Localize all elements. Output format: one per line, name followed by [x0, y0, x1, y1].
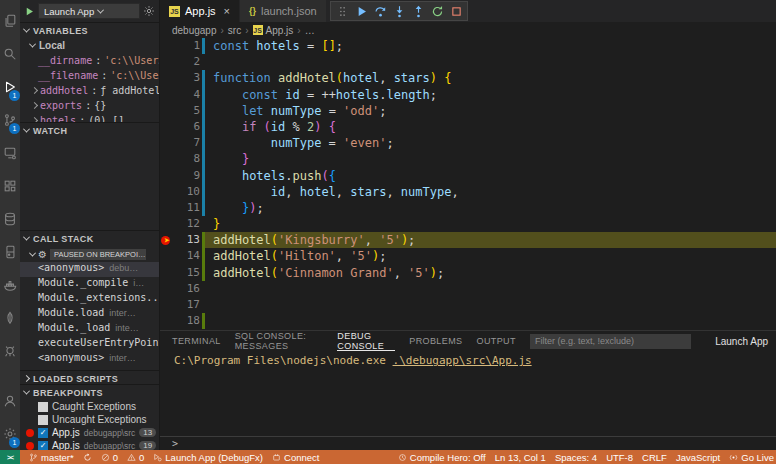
stack-frame[interactable]: <anonymous>inter…	[20, 352, 159, 367]
breakpoint-gutter[interactable]	[160, 54, 174, 70]
step-over-button[interactable]	[371, 2, 389, 20]
breakpoint-gutter[interactable]	[160, 297, 174, 313]
stop-button[interactable]	[447, 2, 465, 20]
stack-frame[interactable]: Module._compilei…	[20, 277, 159, 292]
breakpoint-gutter[interactable]	[160, 70, 174, 86]
breakpoint-gutter[interactable]	[160, 216, 174, 232]
breakpoints-section-header[interactable]: BREAKPOINTS	[20, 385, 159, 400]
line-content[interactable]	[205, 313, 776, 329]
line-content[interactable]	[205, 281, 776, 297]
line-content[interactable]: addHotel('Hilton', '5');	[205, 248, 776, 264]
breakpoint-gutter[interactable]	[160, 265, 174, 281]
line-number[interactable]: 14	[174, 248, 200, 264]
status-go-live[interactable]: Go Live	[729, 452, 774, 463]
status-language[interactable]: JavaScript	[676, 452, 720, 463]
line-number[interactable]: 4	[174, 87, 200, 103]
breakpoint-row[interactable]: ✓App.jsdebugapp\src19	[20, 439, 159, 450]
activity-account[interactable]	[0, 384, 20, 417]
exception-breakpoint-row[interactable]: Caught Exceptions	[20, 400, 159, 413]
activity-remote-explorer[interactable]	[0, 136, 20, 169]
status-branch[interactable]: master*	[29, 452, 74, 463]
status-errors[interactable]: 0	[101, 452, 118, 463]
status-eol[interactable]: CRLF	[642, 452, 667, 463]
call-stack-section-header[interactable]: CALL STACK	[20, 231, 159, 246]
panel-tab-problems[interactable]: PROBLEMS	[409, 331, 462, 351]
line-number[interactable]: 5	[174, 103, 200, 119]
configure-launch-icon[interactable]	[143, 5, 155, 17]
line-number[interactable]: 18	[174, 313, 200, 329]
line-content[interactable]: if (id % 2) {	[205, 119, 776, 135]
status-connect[interactable]: Connect	[272, 452, 319, 463]
line-number[interactable]: 8	[174, 151, 200, 167]
panel-tab-output[interactable]: OUTPUT	[476, 331, 515, 351]
debug-console-input[interactable]: >	[160, 436, 776, 450]
activity-notebook[interactable]	[0, 235, 20, 268]
activity-database[interactable]	[0, 202, 20, 235]
line-number[interactable]: 1	[174, 38, 200, 54]
checkbox[interactable]: ✓	[38, 441, 48, 451]
activity-explorer[interactable]	[0, 4, 20, 37]
restart-button[interactable]	[428, 2, 446, 20]
line-number[interactable]: 17	[174, 297, 200, 313]
line-number[interactable]: 9	[174, 168, 200, 184]
line-content[interactable]	[205, 297, 776, 313]
variable-row[interactable]: __filename: 'c:\\Use…	[20, 68, 159, 83]
watch-section-header[interactable]: WATCH	[20, 123, 159, 138]
line-content[interactable]: }	[205, 216, 776, 232]
line-content[interactable]: function addHotel(hotel, stars) {	[205, 70, 776, 86]
console-filter-input[interactable]	[530, 334, 691, 349]
status-indentation[interactable]: Spaces: 4	[555, 452, 597, 463]
line-number[interactable]: 7	[174, 135, 200, 151]
breakpoint-gutter[interactable]	[160, 184, 174, 200]
remote-indicator[interactable]: ><	[0, 450, 20, 464]
activity-docker[interactable]	[0, 268, 20, 301]
line-content[interactable]: addHotel('Cinnamon Grand', '5');	[205, 265, 776, 281]
step-into-button[interactable]	[390, 2, 408, 20]
checkbox[interactable]	[38, 415, 48, 425]
stack-frame[interactable]: <anonymous>debu…	[20, 262, 159, 277]
tab-launch-json[interactable]: {}launch.json	[240, 0, 327, 22]
scope-local[interactable]: Local	[20, 38, 159, 53]
status-debug-session[interactable]: Launch App (DebugFx)	[153, 452, 263, 463]
breakpoint-gutter[interactable]	[160, 313, 174, 329]
status-sync[interactable]	[83, 453, 92, 462]
breadcrumb-item[interactable]: JSApp.js	[253, 25, 294, 36]
activity-settings[interactable]: 1	[0, 417, 20, 450]
line-content[interactable]: addHotel('Kingsburry', '5');	[205, 232, 776, 248]
breakpoint-gutter[interactable]: ➤	[160, 232, 174, 248]
line-number[interactable]: 6	[174, 119, 200, 135]
activity-search[interactable]	[0, 37, 20, 70]
loaded-scripts-section-header[interactable]: LOADED SCRIPTS	[20, 371, 159, 384]
breakpoint-gutter[interactable]	[160, 151, 174, 167]
panel-tab-terminal[interactable]: TERMINAL	[172, 331, 221, 351]
debug-session-row[interactable]: ⚙ PAUSED ON BREAKPOI…	[20, 246, 159, 262]
activity-mongodb[interactable]	[0, 301, 20, 334]
line-number[interactable]: 3	[174, 70, 200, 86]
line-number[interactable]: 2	[174, 54, 200, 70]
checkbox[interactable]	[38, 402, 48, 412]
start-debugging-icon[interactable]	[24, 6, 35, 17]
breakpoint-gutter[interactable]	[160, 87, 174, 103]
stack-frame[interactable]: Module.loadinter…	[20, 307, 159, 322]
panel-tab-debug-console[interactable]: DEBUG CONSOLE	[337, 331, 395, 351]
breakpoint-gutter[interactable]	[160, 103, 174, 119]
app-js-link[interactable]: .\debugapp\src\App.js	[393, 354, 532, 367]
variable-row[interactable]: addHotel: ƒ addHotel…	[20, 83, 159, 98]
breakpoint-gutter[interactable]	[160, 119, 174, 135]
breadcrumb-item[interactable]: …	[305, 25, 315, 36]
variable-row[interactable]: hotels: (0) []	[20, 113, 159, 122]
status-encoding[interactable]: UTF-8	[606, 452, 633, 463]
activity-run-debug[interactable]: 1	[0, 70, 20, 103]
continue-button[interactable]	[352, 2, 370, 20]
variables-section-header[interactable]: VARIABLES	[20, 23, 159, 38]
line-content[interactable]: }	[205, 151, 776, 167]
breakpoint-gutter[interactable]	[160, 38, 174, 54]
breakpoint-row[interactable]: ✓App.jsdebugapp\src13	[20, 426, 159, 439]
stack-frame[interactable]: executeUserEntryPoint	[20, 337, 159, 352]
close-icon[interactable]: ×	[224, 5, 230, 17]
stack-frame[interactable]: Module._extensions..js	[20, 292, 159, 307]
activity-source-control[interactable]: 1	[0, 103, 20, 136]
code-editor[interactable]: 1const hotels = [];23function addHotel(h…	[160, 38, 776, 330]
debug-session-picker[interactable]: Launch App	[715, 336, 768, 347]
line-content[interactable]: hotels.push({	[205, 168, 776, 184]
